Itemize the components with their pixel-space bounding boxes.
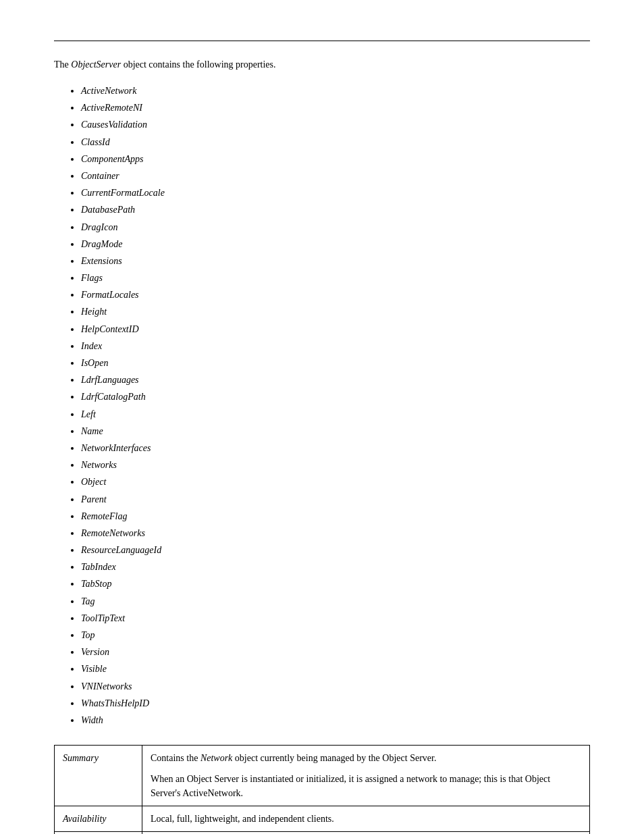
list-item: TabIndex xyxy=(81,558,590,575)
list-item: Index xyxy=(81,338,590,355)
table-row-availability: Availability Local, full, lightweight, a… xyxy=(55,806,590,832)
list-item: VNINetworks xyxy=(81,678,590,695)
list-item: Object xyxy=(81,473,590,490)
summary-label: Summary xyxy=(55,746,142,806)
table-row-summary: Summary Contains the Network object curr… xyxy=(55,746,590,806)
availability-content: Local, full, lightweight, and independen… xyxy=(142,806,590,832)
list-item: Name xyxy=(81,423,590,440)
list-item: DragMode xyxy=(81,236,590,253)
list-item: ToolTipText xyxy=(81,610,590,627)
list-item: CausesValidation xyxy=(81,116,590,133)
list-item: Networks xyxy=(81,457,590,473)
list-item: ClassId xyxy=(81,134,590,151)
list-item: WhatsThisHelpID xyxy=(81,695,590,712)
summary-para-2: When an Object Server is instantiated or… xyxy=(151,772,581,800)
list-item: CurrentFormatLocale xyxy=(81,184,590,201)
list-item: Left xyxy=(81,406,590,423)
list-item: Tag xyxy=(81,593,590,610)
availability-label: Availability xyxy=(55,806,142,832)
list-item: FormatLocales xyxy=(81,286,590,303)
list-item: LdrfCatalogPath xyxy=(81,388,590,405)
object-name: ObjectServer xyxy=(71,59,121,70)
list-item: Extensions xyxy=(81,253,590,269)
list-item: ActiveNetwork xyxy=(81,82,590,99)
list-item: Version xyxy=(81,644,590,660)
summary-content: Contains the Network object currently be… xyxy=(142,746,590,806)
list-item: LdrfLanguages xyxy=(81,371,590,388)
list-item: Width xyxy=(81,712,590,729)
syntax-content: networkObject = objServerObject.ActiveNe… xyxy=(142,832,590,834)
list-item: Parent xyxy=(81,491,590,508)
list-item: TabStop xyxy=(81,575,590,592)
list-item: IsOpen xyxy=(81,355,590,371)
list-item: DragIcon xyxy=(81,219,590,236)
page-container: The ObjectServer object contains the fol… xyxy=(0,0,644,834)
list-item: Flags xyxy=(81,269,590,286)
list-item: Container xyxy=(81,167,590,184)
list-item: Top xyxy=(81,627,590,644)
list-item: Visible xyxy=(81,660,590,677)
list-item: Height xyxy=(81,303,590,320)
summary-table: Summary Contains the Network object curr… xyxy=(54,745,590,834)
intro-paragraph: The ObjectServer object contains the fol… xyxy=(54,57,590,72)
list-item: RemoteNetworks xyxy=(81,525,590,542)
list-item: HelpContextID xyxy=(81,321,590,338)
list-item: NetworkInterfaces xyxy=(81,440,590,457)
list-item: RemoteFlag xyxy=(81,508,590,525)
list-item: ComponentApps xyxy=(81,151,590,167)
list-item: DatabasePath xyxy=(81,201,590,218)
properties-list: ActiveNetworkActiveRemoteNICausesValidat… xyxy=(81,82,590,729)
summary-para-1: Contains the Network object currently be… xyxy=(151,751,581,765)
top-rule xyxy=(54,41,590,41)
table-row-syntax: Syntax networkObject = objServerObject.A… xyxy=(55,832,590,834)
syntax-label: Syntax xyxy=(55,832,142,834)
list-item: ActiveRemoteNI xyxy=(81,99,590,116)
list-item: ResourceLanguageId xyxy=(81,542,590,558)
